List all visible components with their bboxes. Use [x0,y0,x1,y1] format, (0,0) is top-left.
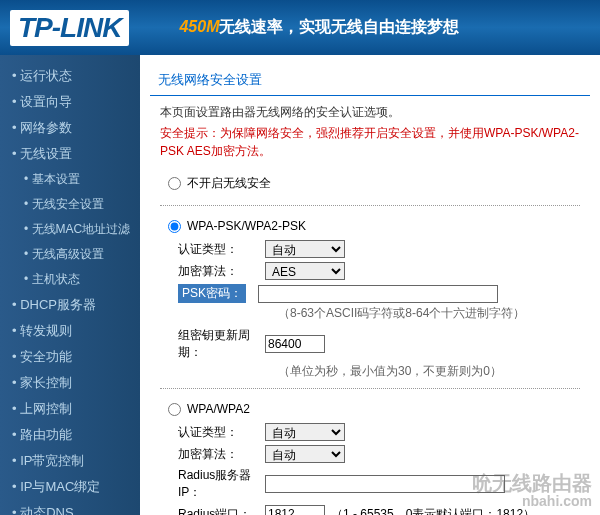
auth-select2[interactable]: 自动 [265,423,345,441]
auth-label2: 认证类型： [160,424,265,441]
nav-item-15[interactable]: IP带宽控制 [0,448,140,474]
nav-item-12[interactable]: 家长控制 [0,370,140,396]
logo: TP-LINK [10,10,129,46]
radio-wpa-label: WPA/WPA2 [187,402,250,416]
radius-ip-input[interactable] [265,475,505,493]
panel-title: 无线网络安全设置 [150,65,590,93]
nav-item-11[interactable]: 安全功能 [0,344,140,370]
nav-item-2[interactable]: 网络参数 [0,115,140,141]
nav-item-16[interactable]: IP与MAC绑定 [0,474,140,500]
radio-wpa[interactable] [168,403,181,416]
nav-item-6[interactable]: 无线MAC地址过滤 [0,217,140,242]
interval-label: 组密钥更新周期： [160,327,265,361]
nav-item-14[interactable]: 路由功能 [0,422,140,448]
radius-port-input[interactable] [265,505,325,515]
auth-select[interactable]: 自动 [265,240,345,258]
nav-item-13[interactable]: 上网控制 [0,396,140,422]
radio-psk-label: WPA-PSK/WPA2-PSK [187,219,306,233]
radio-psk[interactable] [168,220,181,233]
radio-none-label: 不开启无线安全 [187,175,271,192]
encrypt-label: 加密算法： [160,263,265,280]
header: TP-LINK 450M无线速率，实现无线自由连接梦想 [0,0,600,55]
sidebar: 运行状态设置向导网络参数无线设置基本设置无线安全设置无线MAC地址过滤无线高级设… [0,55,140,515]
nav-item-8[interactable]: 主机状态 [0,267,140,292]
radio-none[interactable] [168,177,181,190]
radius-ip-label: Radius服务器IP： [160,467,265,501]
nav-item-1[interactable]: 设置向导 [0,89,140,115]
interval-input[interactable] [265,335,325,353]
header-tagline: 450M无线速率，实现无线自由连接梦想 [179,17,459,38]
nav-item-3[interactable]: 无线设置 [0,141,140,167]
encrypt-select[interactable]: AES [265,262,345,280]
psk-hint: （8-63个ASCII码字符或8-64个十六进制字符） [160,305,580,322]
radius-port-label: Radius端口： [160,506,265,516]
psk-input[interactable] [258,285,498,303]
nav-item-9[interactable]: DHCP服务器 [0,292,140,318]
interval-hint: （单位为秒，最小值为30，不更新则为0） [160,363,580,380]
auth-label: 认证类型： [160,241,265,258]
description: 本页面设置路由器无线网络的安全认证选项。 [160,104,580,121]
nav-item-5[interactable]: 无线安全设置 [0,192,140,217]
divider [150,95,590,96]
nav-item-17[interactable]: 动态DNS [0,500,140,515]
security-warning: 安全提示：为保障网络安全，强烈推荐开启安全设置，并使用WPA-PSK/WPA2-… [160,124,580,160]
port-hint: （1 - 65535，0表示默认端口：1812） [331,506,535,516]
nav-item-7[interactable]: 无线高级设置 [0,242,140,267]
nav-item-0[interactable]: 运行状态 [0,63,140,89]
nav-item-4[interactable]: 基本设置 [0,167,140,192]
encrypt-label2: 加密算法： [160,446,265,463]
main-content: 无线网络安全设置 本页面设置路由器无线网络的安全认证选项。 安全提示：为保障网络… [140,55,600,515]
speed-highlight: 450M [179,18,219,35]
nav-item-10[interactable]: 转发规则 [0,318,140,344]
encrypt-select2[interactable]: 自动 [265,445,345,463]
psk-label: PSK密码： [178,284,246,303]
